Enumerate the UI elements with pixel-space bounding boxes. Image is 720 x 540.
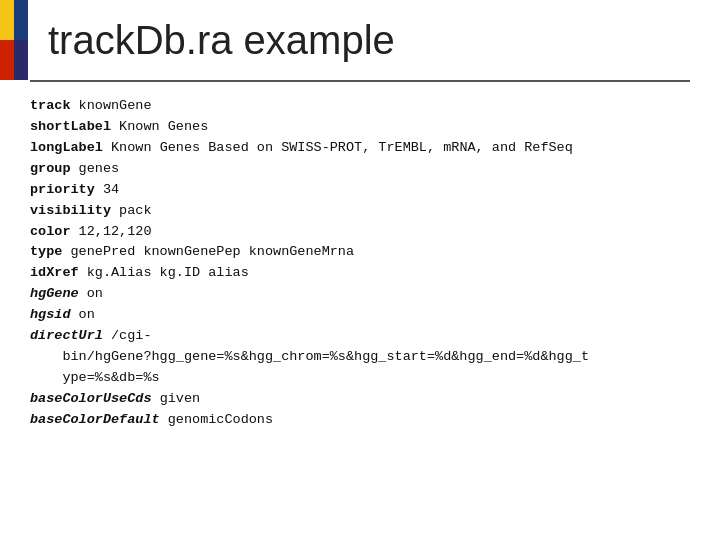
code-line-6: visibility pack <box>30 201 690 222</box>
kw-track: track <box>30 98 71 113</box>
kw-color: color <box>30 224 71 239</box>
kw-hggene: hgGene <box>30 286 79 301</box>
header-bar: trackDb.ra example <box>0 0 720 80</box>
code-line-9: idXref kg.Alias kg.ID alias <box>30 263 690 284</box>
kw-directurl: directUrl <box>30 328 103 343</box>
color-blocks-left <box>0 0 14 80</box>
color-blocks-right <box>14 0 28 80</box>
code-line-16: baseColorDefault genomicCodons <box>30 410 690 431</box>
kw-longlabel: longLabel <box>30 140 103 155</box>
kw-basecolordefault: baseColorDefault <box>30 412 160 427</box>
slide: trackDb.ra example track knownGene short… <box>0 0 720 540</box>
yellow-block <box>0 0 14 40</box>
kw-type: type <box>30 244 62 259</box>
kw-visibility: visibility <box>30 203 111 218</box>
kw-idxref: idXref <box>30 265 79 280</box>
title-area: trackDb.ra example <box>28 0 415 80</box>
code-line-13: bin/hgGene?hgg_gene=%s&hgg_chrom=%s&hgg_… <box>30 347 690 368</box>
code-line-8: type genePred knownGenePep knownGeneMrna <box>30 242 690 263</box>
code-line-1: track knownGene <box>30 96 690 117</box>
code-line-7: color 12,12,120 <box>30 222 690 243</box>
code-line-4: group genes <box>30 159 690 180</box>
dark-block <box>14 40 28 80</box>
code-line-15: baseColorUseCds given <box>30 389 690 410</box>
code-block: track knownGene shortLabel Known Genes l… <box>0 82 720 445</box>
kw-basecolorusecds: baseColorUseCds <box>30 391 152 406</box>
code-line-14: ype=%s&db=%s <box>30 368 690 389</box>
slide-title: trackDb.ra example <box>48 18 395 63</box>
blue-block <box>14 0 28 40</box>
kw-group: group <box>30 161 71 176</box>
kw-shortlabel: shortLabel <box>30 119 111 134</box>
code-line-11: hgsid on <box>30 305 690 326</box>
red-block <box>0 40 14 80</box>
code-line-3: longLabel Known Genes Based on SWISS-PRO… <box>30 138 690 159</box>
code-line-5: priority 34 <box>30 180 690 201</box>
kw-priority: priority <box>30 182 95 197</box>
kw-hgsid: hgsid <box>30 307 71 322</box>
code-line-10: hgGene on <box>30 284 690 305</box>
code-line-2: shortLabel Known Genes <box>30 117 690 138</box>
code-line-12: directUrl /cgi- <box>30 326 690 347</box>
